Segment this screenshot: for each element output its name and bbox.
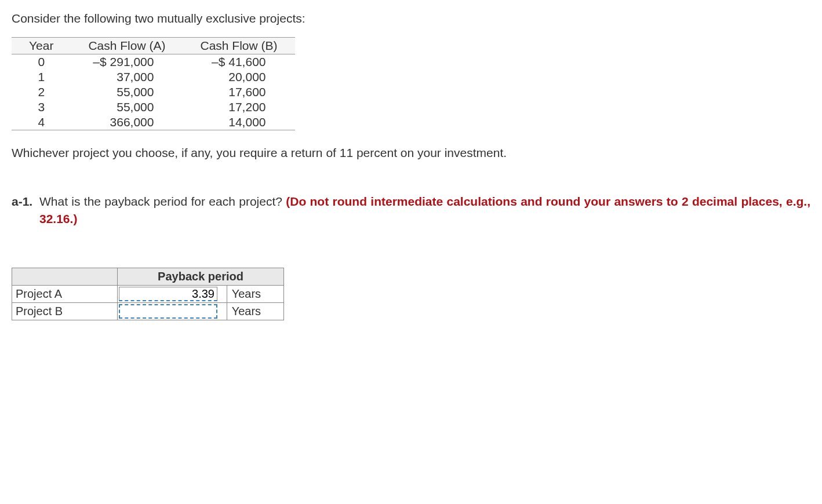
project-b-unit: Years [227, 303, 283, 320]
project-a-unit: Years [227, 286, 283, 303]
cfa-cell: 55,000 [71, 100, 183, 115]
question-plain: What is the payback period for each proj… [39, 195, 286, 208]
intro-text: Consider the following two mutually excl… [12, 12, 810, 25]
project-b-input-cell [118, 303, 227, 320]
cfa-cell: 55,000 [71, 85, 183, 100]
requirement-note: Whichever project you choose, if any, yo… [12, 145, 810, 161]
table-row: 2 55,000 17,600 [12, 85, 295, 100]
project-b-label: Project B [12, 303, 118, 320]
year-cell: 4 [12, 115, 71, 130]
year-cell: 0 [12, 54, 71, 70]
question-text: What is the payback period for each proj… [39, 193, 810, 227]
answer-row: Project B Years [12, 303, 284, 320]
cfa-cell: –$ 291,000 [71, 54, 183, 70]
cfa-cell: 366,000 [71, 115, 183, 130]
project-a-label: Project A [12, 286, 118, 303]
cfa-cell: 37,000 [71, 70, 183, 85]
blank-header [12, 268, 118, 286]
table-row: 1 37,000 20,000 [12, 70, 295, 85]
col-cfb-header: Cash Flow (B) [183, 38, 294, 54]
project-a-input[interactable] [119, 287, 217, 301]
col-cfa-header: Cash Flow (A) [71, 38, 183, 54]
year-cell: 2 [12, 85, 71, 100]
cfb-cell: –$ 41,600 [183, 54, 294, 70]
payback-header: Payback period [118, 268, 284, 286]
cfb-cell: 17,600 [183, 85, 294, 100]
table-row: 0 –$ 291,000 –$ 41,600 [12, 54, 295, 70]
year-cell: 1 [12, 70, 71, 85]
project-a-input-cell [118, 286, 227, 303]
cfb-cell: 14,000 [183, 115, 294, 130]
cfb-cell: 20,000 [183, 70, 294, 85]
table-row: 4 366,000 14,000 [12, 115, 295, 130]
answer-table: Payback period Project A Years Project B… [12, 268, 284, 320]
question-label: a-1. [12, 193, 39, 227]
cfb-cell: 17,200 [183, 100, 294, 115]
col-year-header: Year [12, 38, 71, 54]
project-b-input[interactable] [119, 304, 217, 319]
question-a1: a-1. What is the payback period for each… [12, 193, 810, 227]
answer-row: Project A Years [12, 286, 284, 303]
table-row: 3 55,000 17,200 [12, 100, 295, 115]
cashflow-table: Year Cash Flow (A) Cash Flow (B) 0 –$ 29… [12, 37, 295, 130]
year-cell: 3 [12, 100, 71, 115]
